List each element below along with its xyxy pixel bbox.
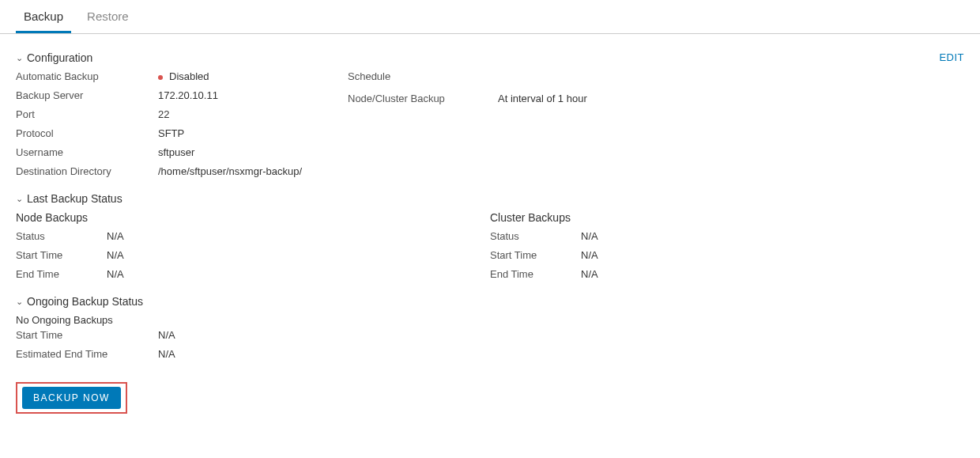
dest-dir-value: /home/sftpuser/nsxmgr-backup/ [158, 165, 302, 180]
ongoing-title: Ongoing Backup Status [27, 295, 143, 308]
backup-now-highlight: BACKUP NOW [16, 382, 127, 414]
cluster-status-label: Status [490, 230, 581, 244]
node-status-label: Status [16, 230, 107, 244]
cluster-status-value: N/A [581, 230, 598, 244]
dest-dir-label: Destination Directory [16, 165, 158, 180]
protocol-label: Protocol [16, 127, 158, 142]
node-cluster-label: Node/Cluster Backup [348, 93, 498, 107]
cluster-end-value: N/A [581, 268, 598, 282]
backup-now-button[interactable]: BACKUP NOW [22, 387, 121, 409]
backup-server-value: 172.20.10.11 [158, 89, 218, 104]
cluster-start-label: Start Time [490, 249, 581, 263]
port-value: 22 [158, 108, 169, 123]
last-backup-title: Last Backup Status [27, 192, 122, 205]
node-start-value: N/A [107, 249, 124, 263]
configuration-title: Configuration [27, 51, 92, 64]
ongoing-est-end-label: Estimated End Time [16, 348, 158, 362]
status-dot-icon [158, 75, 163, 80]
chevron-down-icon: ⌄ [16, 297, 23, 307]
node-end-label: End Time [16, 268, 107, 282]
last-backup-header[interactable]: ⌄ Last Backup Status [16, 192, 964, 205]
edit-button[interactable]: EDIT [939, 51, 964, 63]
backup-server-label: Backup Server [16, 89, 158, 104]
node-start-label: Start Time [16, 249, 107, 263]
node-end-value: N/A [107, 268, 124, 282]
chevron-down-icon: ⌄ [16, 53, 23, 63]
configuration-header[interactable]: ⌄ Configuration [16, 51, 92, 64]
username-label: Username [16, 146, 158, 161]
username-value: sftpuser [158, 146, 194, 161]
protocol-value: SFTP [158, 127, 184, 142]
tab-backup[interactable]: Backup [16, 0, 71, 33]
ongoing-start-label: Start Time [16, 329, 158, 343]
tab-restore[interactable]: Restore [79, 0, 137, 33]
tab-bar: Backup Restore [0, 0, 980, 34]
auto-backup-value: Disabled [158, 70, 209, 85]
node-backups-title: Node Backups [16, 211, 490, 224]
chevron-down-icon: ⌄ [16, 194, 23, 204]
cluster-end-label: End Time [490, 268, 581, 282]
cluster-backups-title: Cluster Backups [490, 211, 964, 224]
node-status-value: N/A [107, 230, 124, 244]
ongoing-header[interactable]: ⌄ Ongoing Backup Status [16, 295, 964, 308]
cluster-start-value: N/A [581, 249, 598, 263]
port-label: Port [16, 108, 158, 123]
auto-backup-label: Automatic Backup [16, 70, 158, 85]
ongoing-est-end-value: N/A [158, 348, 175, 362]
node-cluster-value: At interval of 1 hour [498, 93, 587, 107]
ongoing-start-value: N/A [158, 329, 175, 343]
no-ongoing-msg: No Ongoing Backups [16, 314, 964, 326]
schedule-label: Schedule [348, 70, 498, 85]
